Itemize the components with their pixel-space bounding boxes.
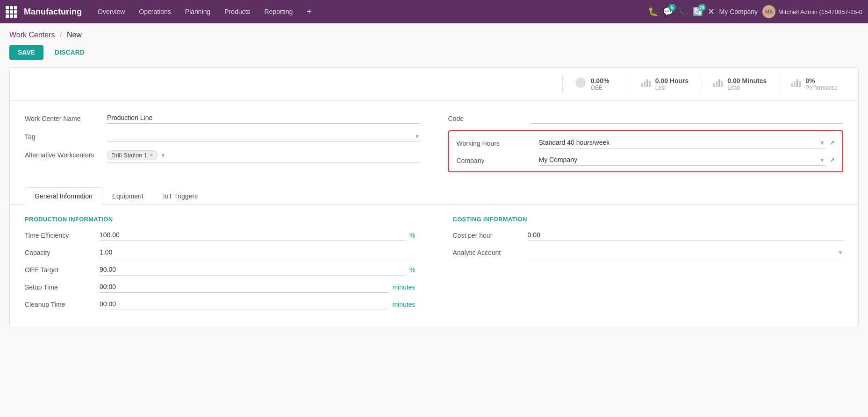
grid-icon xyxy=(6,6,17,18)
phone-icon[interactable]: 📞 xyxy=(678,7,688,17)
tab-general-information-content: Production Information Time Efficiency %… xyxy=(10,205,858,327)
costing-info-col: Costing Information Cost per hour Analyt… xyxy=(453,216,844,316)
menu-plus[interactable]: + xyxy=(300,3,318,21)
code-value xyxy=(531,112,844,124)
tab-iot-triggers[interactable]: IoT Triggers xyxy=(153,187,208,205)
analytic-account-input-wrap: ▼ xyxy=(528,247,844,258)
analytic-account-select[interactable] xyxy=(528,247,844,258)
code-input[interactable] xyxy=(531,112,844,124)
chip-remove-icon[interactable]: ✕ xyxy=(149,152,153,158)
svg-rect-10 xyxy=(794,81,796,87)
working-hours-external-link-icon[interactable]: ↗ xyxy=(830,139,835,146)
company-value: My Company ▼ ↗ xyxy=(539,154,835,166)
menu-products[interactable]: Products xyxy=(218,4,257,19)
menu-overview[interactable]: Overview xyxy=(91,4,131,19)
setup-time-input-wrap: minutes xyxy=(100,281,416,293)
breadcrumb-current: New xyxy=(67,31,82,39)
stat-perf-label: Performance xyxy=(805,85,838,91)
close-icon[interactable]: ✕ xyxy=(708,7,715,17)
topnav: Manufacturing Overview Operations Planni… xyxy=(0,0,868,23)
page-area: Work Centers / New SAVE DISCARD 0.00% OE… xyxy=(0,23,868,342)
cost-per-hour-input-wrap xyxy=(528,229,844,241)
capacity-input[interactable] xyxy=(100,247,416,258)
tag-label: Tag xyxy=(25,130,100,141)
menu-operations[interactable]: Operations xyxy=(132,4,177,19)
company-select[interactable]: My Company xyxy=(539,154,825,166)
time-efficiency-unit: % xyxy=(409,232,415,239)
working-hours-select[interactable]: Standard 40 hours/week xyxy=(539,137,825,148)
analytic-account-select-wrap: ▼ xyxy=(528,247,844,258)
cleanup-time-input[interactable] xyxy=(100,298,388,310)
chat-icon[interactable]: 💬 5 xyxy=(663,7,673,17)
chat-badge: 5 xyxy=(668,4,676,11)
form-card: 0.00% OEE 0.00 Hours Lost xyxy=(9,67,859,327)
stat-minutes-load[interactable]: 0.00 Minutes Load xyxy=(700,73,778,95)
work-center-name-input[interactable] xyxy=(107,112,420,124)
cost-per-hour-input[interactable] xyxy=(528,229,844,241)
tabs-bar: General Information Equipment IoT Trigge… xyxy=(10,187,858,205)
svg-rect-8 xyxy=(721,81,723,87)
oee-pie-icon xyxy=(574,76,587,92)
setup-time-row: Setup Time minutes xyxy=(25,281,416,293)
updates-icon[interactable]: 🔄 28 xyxy=(693,7,703,17)
stats-bar: 0.00% OEE 0.00 Hours Lost xyxy=(10,68,858,101)
working-hours-value: Standard 40 hours/week ▼ ↗ xyxy=(539,137,835,148)
code-row: Code xyxy=(448,112,844,124)
drill-station-chip[interactable]: Drill Station 1 ✕ xyxy=(107,150,158,160)
company-external-link-icon[interactable]: ↗ xyxy=(830,156,835,163)
stat-hours-lost[interactable]: 0.00 Hours Lost xyxy=(628,73,700,95)
capacity-label: Capacity xyxy=(25,249,100,256)
analytic-account-row: Analytic Account ▼ xyxy=(453,247,844,258)
oee-target-input-wrap: % xyxy=(100,264,416,276)
svg-rect-9 xyxy=(791,83,793,87)
svg-rect-4 xyxy=(649,81,651,87)
alternative-caret-icon: ▼ xyxy=(160,152,166,159)
time-efficiency-input[interactable] xyxy=(100,229,406,241)
cleanup-time-input-wrap: minutes xyxy=(100,298,416,310)
stat-load-label: Load xyxy=(727,85,767,91)
pie-chart-svg xyxy=(574,76,587,89)
work-center-name-value xyxy=(107,112,420,124)
tag-value: ▼ xyxy=(107,130,420,142)
user-info[interactable]: MA Mitchell Admin (15470857-15-0 xyxy=(762,5,862,18)
capacity-row: Capacity xyxy=(25,247,416,258)
chip-label: Drill Station 1 xyxy=(111,152,147,159)
app-logo[interactable]: Manufacturing xyxy=(6,6,82,18)
discard-button[interactable]: DISCARD xyxy=(48,45,91,60)
cleanup-time-unit: minutes xyxy=(392,301,415,308)
svg-rect-2 xyxy=(644,81,646,87)
app-name: Manufacturing xyxy=(24,7,82,17)
time-efficiency-input-wrap: % xyxy=(100,229,416,241)
save-button[interactable]: SAVE xyxy=(9,45,43,60)
svg-rect-12 xyxy=(799,81,801,87)
hours-lost-bar-icon xyxy=(639,77,652,92)
breadcrumb-parent[interactable]: Work Centers xyxy=(9,31,55,39)
tab-general-information[interactable]: General Information xyxy=(25,187,102,205)
user-avatar: MA xyxy=(762,5,775,18)
form-right-section: Code Working Hours Standard 40 xyxy=(448,112,844,172)
stat-oee[interactable]: 0.00% OEE xyxy=(562,73,628,95)
topnav-menu: Overview Operations Planning Products Re… xyxy=(91,3,646,21)
tab-grid: Production Information Time Efficiency %… xyxy=(25,216,843,316)
svg-rect-3 xyxy=(646,79,648,87)
stat-oee-value: 0.00% xyxy=(591,77,610,85)
alternative-label: Alternative Workcenters xyxy=(25,148,100,159)
production-info-col: Production Information Time Efficiency %… xyxy=(25,216,416,316)
bug-icon[interactable]: 🐛 xyxy=(648,7,658,17)
updates-badge: 28 xyxy=(698,4,706,11)
user-name: Mitchell Admin (15470857-15-0 xyxy=(778,8,862,15)
setup-time-input[interactable] xyxy=(100,281,388,293)
topnav-right: 🐛 💬 5 📞 🔄 28 ✕ My Company MA Mitchell Ad… xyxy=(648,5,862,18)
company-name[interactable]: My Company xyxy=(719,8,758,15)
menu-planning[interactable]: Planning xyxy=(179,4,217,19)
setup-time-unit: minutes xyxy=(392,283,415,291)
oee-target-input[interactable] xyxy=(100,264,406,276)
tab-equipment[interactable]: Equipment xyxy=(102,187,153,205)
tag-row: Tag ▼ xyxy=(25,130,420,142)
minutes-load-bar-icon xyxy=(711,77,724,92)
stat-performance[interactable]: 0% Performance xyxy=(778,73,849,95)
menu-reporting[interactable]: Reporting xyxy=(258,4,300,19)
tag-select[interactable] xyxy=(107,130,420,142)
company-select-wrap: My Company ▼ xyxy=(539,154,825,166)
stat-load-text: 0.00 Minutes Load xyxy=(727,77,767,91)
